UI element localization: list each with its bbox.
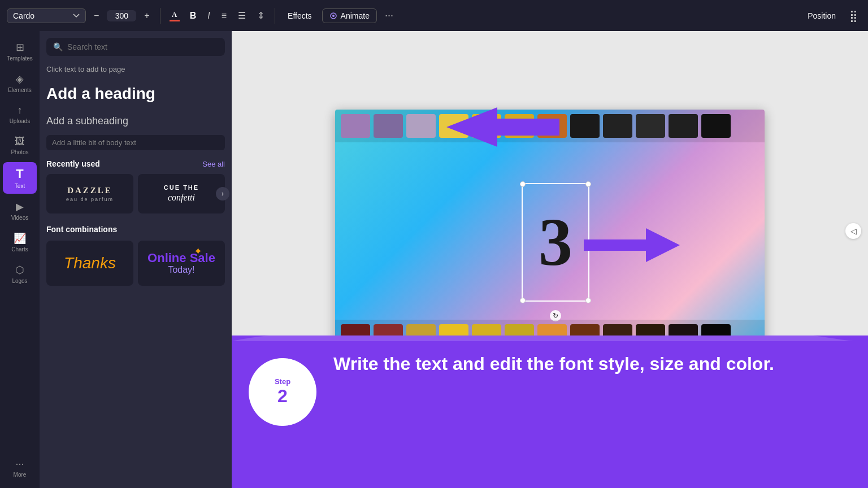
align-button[interactable]: ≡ xyxy=(218,8,230,23)
film-cell xyxy=(570,114,600,138)
sidebar-videos-label: Videos xyxy=(11,215,28,221)
italic-button[interactable]: I xyxy=(204,8,213,23)
main-area: ⊞ Templates ◈ Elements ↑ Uploads 🖼 Photo… xyxy=(0,31,868,488)
number-text-element[interactable]: 3 ↻ xyxy=(522,183,589,302)
wave-decoration xyxy=(232,336,853,341)
step-number: 2 xyxy=(277,386,288,407)
sidebar-uploads-label: Uploads xyxy=(10,118,31,124)
charts-icon: 📈 xyxy=(14,232,26,245)
left-panel: 🔍 Click text to add to page Add a headin… xyxy=(40,31,232,488)
handle-top-left[interactable] xyxy=(520,181,526,187)
today-text: Today! xyxy=(147,265,215,275)
recently-used-title: Recently used xyxy=(46,159,100,168)
sidebar-charts-label: Charts xyxy=(11,246,28,252)
recently-used-header: Recently used See all xyxy=(46,159,225,168)
recently-used-grid: DAZZLE eau de parfum CUE THE confetti › xyxy=(46,174,225,213)
sidebar-item-charts[interactable]: 📈 Charts xyxy=(3,228,37,257)
film-cell xyxy=(669,114,698,138)
sidebar: ⊞ Templates ◈ Elements ↑ Uploads 🖼 Photo… xyxy=(0,31,40,488)
svg-marker-3 xyxy=(446,107,559,147)
font-size-input[interactable] xyxy=(110,11,133,20)
decrease-font-size-button[interactable]: − xyxy=(90,8,102,23)
sidebar-photos-label: Photos xyxy=(11,149,28,155)
search-box: 🔍 xyxy=(46,38,225,56)
search-input[interactable] xyxy=(67,42,218,51)
sidebar-elements-label: Elements xyxy=(8,87,32,93)
text-icon: T xyxy=(16,167,23,181)
layout-options-button[interactable]: ⣿ xyxy=(846,7,861,25)
step-label: Step xyxy=(275,377,290,386)
collapse-panel-button[interactable]: ◁ xyxy=(845,223,861,239)
divider-2 xyxy=(275,8,275,24)
divider-1 xyxy=(160,8,160,24)
sidebar-item-templates[interactable]: ⊞ Templates xyxy=(3,37,37,66)
bold-button[interactable]: B xyxy=(186,8,200,23)
font-size-control xyxy=(107,10,136,21)
sidebar-text-label: Text xyxy=(15,183,25,189)
sidebar-item-more[interactable]: ··· More xyxy=(3,454,37,482)
effects-button[interactable]: Effects xyxy=(282,9,318,23)
toolbar: Cardo − + A B I ≡ ☰ ⇕ Effects Animate ··… xyxy=(0,0,868,31)
click-text-hint: Click text to add to page xyxy=(46,65,225,73)
list-button[interactable]: ☰ xyxy=(235,8,249,23)
sidebar-item-elements[interactable]: ◈ Elements xyxy=(3,68,37,98)
online-sale-text: Online Sale Today! xyxy=(147,251,215,275)
spacing-button[interactable]: ⇕ xyxy=(254,8,268,23)
chevron-down-icon xyxy=(73,14,80,18)
templates-icon: ⊞ xyxy=(16,41,24,54)
canvas-wrapper: ◁ xyxy=(232,31,868,488)
text-color-icon: A xyxy=(172,10,177,19)
font-combo-thanks[interactable]: Thanks xyxy=(46,241,133,286)
font-combinations-title: Font combinations xyxy=(46,225,225,234)
overlay-banner: Step 2 Write the text and edit the font … xyxy=(232,336,868,488)
logos-icon: ⬡ xyxy=(15,264,24,276)
film-cell xyxy=(374,114,403,138)
film-cell xyxy=(406,114,436,138)
arrow-annotation xyxy=(584,225,680,265)
sidebar-item-text[interactable]: T Text xyxy=(3,162,37,194)
search-icon: 🔍 xyxy=(53,42,63,51)
scroll-right-button[interactable]: › xyxy=(216,187,229,201)
text-color-button[interactable]: A xyxy=(167,9,182,23)
animate-button[interactable]: Animate xyxy=(322,8,377,23)
svg-marker-2 xyxy=(584,228,680,262)
add-body-button[interactable]: Add a little bit of body text xyxy=(46,135,225,150)
animate-label: Animate xyxy=(341,11,370,20)
online-text: Online Sale xyxy=(147,251,215,265)
sidebar-item-logos[interactable]: ⬡ Logos xyxy=(3,259,37,289)
font-card-dazzle[interactable]: DAZZLE eau de parfum xyxy=(46,174,133,213)
handle-top-right[interactable] xyxy=(585,181,591,187)
step-circle: Step 2 xyxy=(249,358,316,426)
sidebar-item-photos[interactable]: 🖼 Photos xyxy=(3,131,37,160)
position-button[interactable]: Position xyxy=(802,9,841,23)
font-combo-online-sale[interactable]: ✦ Online Sale Today! xyxy=(138,241,225,286)
font-card-confetti[interactable]: CUE THE confetti xyxy=(138,174,225,213)
see-all-button[interactable]: See all xyxy=(202,160,225,168)
film-cell xyxy=(603,114,632,138)
star-icon: ✦ xyxy=(194,245,202,258)
increase-font-size-button[interactable]: + xyxy=(141,8,153,23)
confetti-text: CUE THE confetti xyxy=(164,184,199,203)
film-cell xyxy=(636,114,665,138)
add-heading-button[interactable]: Add a heading xyxy=(46,80,225,107)
font-selector[interactable]: Cardo xyxy=(7,8,86,23)
film-cell xyxy=(341,114,370,138)
elements-icon: ◈ xyxy=(16,73,24,85)
film-cell xyxy=(701,114,731,138)
uploads-icon: ↑ xyxy=(18,104,23,116)
more-options-button[interactable]: ··· xyxy=(381,8,397,23)
more-icon: ··· xyxy=(15,458,24,470)
step-description: Write the text and edit the font style, … xyxy=(333,352,851,376)
selection-box xyxy=(522,183,589,302)
dazzle-text: DAZZLE xyxy=(67,186,112,195)
sidebar-item-uploads[interactable]: ↑ Uploads xyxy=(3,100,37,129)
sidebar-more-label: More xyxy=(14,472,27,478)
thanks-text: Thanks xyxy=(64,254,116,272)
font-name: Cardo xyxy=(13,11,70,20)
sidebar-item-videos[interactable]: ▶ Videos xyxy=(3,196,37,225)
handle-bottom-right[interactable] xyxy=(585,298,591,303)
handle-bottom-left[interactable] xyxy=(520,298,526,303)
large-arrow-annotation xyxy=(446,104,559,150)
svg-point-1 xyxy=(332,15,335,17)
add-subheading-button[interactable]: Add a subheading xyxy=(46,112,225,130)
